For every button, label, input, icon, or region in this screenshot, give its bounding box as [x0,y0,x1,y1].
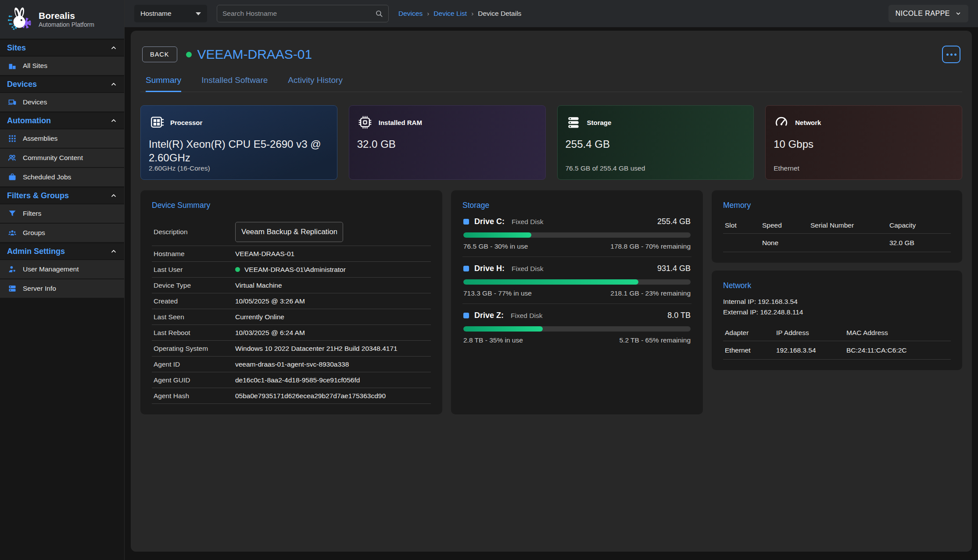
card-title: Network [795,119,821,126]
table-row: Agent GUID de16c0c1-8aa2-4d18-9585-9ce91… [152,372,431,388]
online-status-dot [186,52,192,57]
column-header: Adapter [725,329,776,337]
disks-icon [566,114,581,130]
card-footer: 76.5 GB of 255.4 GB used [566,164,746,172]
tab-activity-history[interactable]: Activity History [288,75,343,92]
column-header: IP Address [776,329,846,337]
sidebar-item-all-sites[interactable]: All Sites [0,56,124,75]
installed-ram-card: Installed RAM 32.0 GB [349,105,546,180]
row-label: Agent ID [154,360,235,368]
row-label: Last User [154,266,235,274]
row-value: Virtual Machine [235,282,282,289]
card-title: Installed RAM [379,119,422,126]
breadcrumb-current: Device Details [478,10,521,18]
cell-speed: None [762,239,810,247]
brand-subtitle: Automation Platform [39,21,94,28]
app-root: Borealis Automation Platform Sites All S… [0,0,978,560]
card-title: Storage [587,119,612,126]
sidebar-item-groups[interactable]: Groups [0,223,124,242]
card-value: 10 Gbps [774,137,954,151]
breadcrumb-separator: › [471,10,473,18]
row-label: Last Reboot [154,329,235,337]
card-footer [357,164,537,172]
topbar: Hostname Devices › Device List › Device … [125,0,978,27]
table-row: Ethernet 192.168.3.54 BC:24:11:CA:C6:2C [723,341,951,360]
sidebar-item-devices[interactable]: Devices [0,92,124,111]
sidebar-section-automation[interactable]: Automation [0,113,124,128]
search-input[interactable] [222,10,375,18]
filter-field-value: Hostname [140,10,196,18]
user-menu-button[interactable]: NICOLE RAPPE [888,5,968,22]
sidebar-item-user-management[interactable]: User Management [0,259,124,278]
caret-down-icon [196,12,201,15]
sidebar-item-label: User Management [23,265,79,273]
panel-title: Network [723,281,951,290]
content-area: BACK VEEAM-DRAAS-01 Summary Installed So… [125,27,978,560]
tab-summary[interactable]: Summary [146,75,181,92]
card-footer: 2.60GHz (16-Cores) [149,164,329,172]
grid-icon [8,134,17,143]
chevron-up-icon [110,44,117,51]
panel-title: Storage [462,201,691,210]
drive-used-text: 713.3 GB - 77% in use [463,289,532,297]
card-value: 32.0 GB [357,137,537,151]
sidebar-section-label: Sites [7,43,110,53]
row-label: Last Seen [154,313,235,321]
drive-usage-bar [463,279,691,285]
device-title: VEEAM-DRAAS-01 [197,47,312,62]
breadcrumb-link-device-list[interactable]: Device List [433,10,467,18]
internal-ip: Internal IP: 192.168.3.54 [723,296,951,307]
table-row: Hostname VEEAM-DRAAS-01 [152,246,431,262]
row-label: Agent GUID [154,376,235,384]
breadcrumb-link-devices[interactable]: Devices [398,10,423,18]
chevron-up-icon [110,81,117,88]
table-row: Operating System Windows 10 2022 Datacen… [152,341,431,357]
sidebar-item-server-info[interactable]: Server Info [0,278,124,298]
row-label: Device Type [154,282,235,289]
search-box[interactable] [217,5,389,22]
drive-used-text: 2.8 TB - 35% in use [463,336,523,344]
more-actions-button[interactable] [942,46,960,63]
back-button[interactable]: BACK [142,46,177,62]
sidebar-section-devices[interactable]: Devices [0,76,124,92]
table-row: Description [152,218,431,246]
sidebar-item-community-content[interactable]: Community Content [0,148,124,167]
sidebar-section-admin-settings[interactable]: Admin Settings [0,243,124,259]
sidebar-item-label: Scheduled Jobs [23,173,71,181]
brand-text: Borealis Automation Platform [39,11,94,28]
description-input[interactable] [235,222,343,242]
sidebar-item-assemblies[interactable]: Assemblies [0,128,124,148]
sidebar-section-filters-groups[interactable]: Filters & Groups [0,188,124,203]
sidebar-nav: Sites All Sites Devices Devices Automati… [0,39,124,298]
panel-title: Device Summary [152,201,431,210]
memory-table: Slot Speed Serial Number Capacity None [723,217,951,252]
sidebar: Borealis Automation Platform Sites All S… [0,0,125,560]
sidebar-item-filters[interactable]: Filters [0,203,124,223]
right-column: Memory Slot Speed Serial Number Capacity [712,190,962,414]
filter-field-select[interactable]: Hostname [134,5,207,22]
panel-title: Memory [723,201,951,210]
table-row: Last User VEEAM-DRAAS-01\Administrator [152,262,431,278]
server-icon [8,284,17,293]
breadcrumb-separator: › [427,10,429,18]
processor-card: Processor Intel(R) Xeon(R) CPU E5-2690 v… [140,105,337,180]
row-label: Description [154,228,235,236]
sidebar-item-scheduled-jobs[interactable]: Scheduled Jobs [0,167,124,186]
people-group-icon [8,228,17,237]
sidebar-section-sites[interactable]: Sites [0,40,124,56]
row-value: VEEAM-DRAAS-01 [235,250,294,258]
row-value: de16c0c1-8aa2-4d18-9585-9ce91cf056fd [235,376,360,384]
memory-panel: Memory Slot Speed Serial Number Capacity [712,190,962,263]
tab-installed-software[interactable]: Installed Software [201,75,268,92]
people-icon [8,153,17,162]
drive-size: 8.0 TB [667,311,691,320]
drive-row: Drive H: Fixed Disk 931.4 GB 713.3 GB - … [462,257,691,304]
column-header: Slot [725,221,762,229]
chevron-up-icon [110,192,117,199]
drive-used-text: 76.5 GB - 30% in use [463,243,528,250]
row-label: Hostname [154,250,235,258]
row-value: Currently Online [235,313,284,321]
brand-name: Borealis [39,11,94,21]
sidebar-section-label: Admin Settings [7,247,110,256]
brand-logo-block: Borealis Automation Platform [0,0,124,39]
